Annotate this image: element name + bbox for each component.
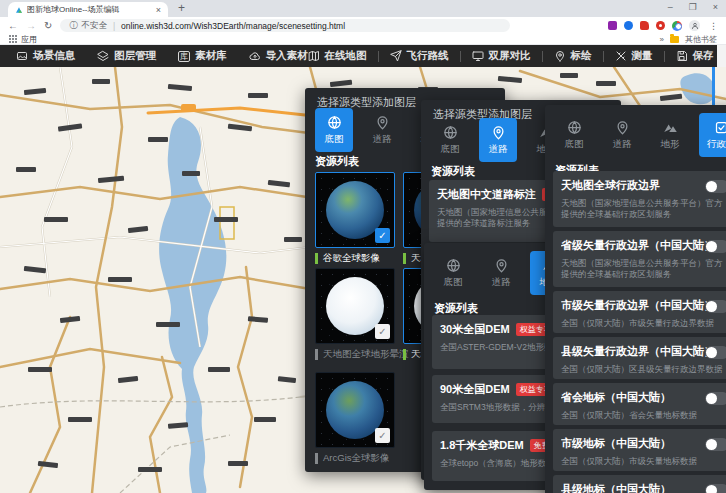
- accent-bar: [403, 253, 406, 264]
- map-blue-edge-line: [712, 67, 715, 107]
- window-close-button[interactable]: ×: [713, 2, 718, 12]
- tab-basemap[interactable]: 底图: [431, 118, 469, 162]
- back-button[interactable]: ←: [8, 21, 18, 31]
- tab-road[interactable]: 道路: [482, 251, 520, 295]
- resource-card-province-boundary[interactable]: 省级矢量行政边界（中国大陆） 天地图（国家地理信息公共服务平台）官方提供的全球基…: [553, 231, 726, 287]
- globe-icon: [446, 258, 461, 273]
- reload-button[interactable]: ↻: [44, 21, 52, 31]
- resource-label: 谷歌全球影像: [315, 252, 380, 265]
- apps-bookmark[interactable]: 应用: [21, 34, 37, 45]
- accent-bar: [315, 253, 318, 264]
- layers-icon: [97, 50, 109, 62]
- toggle-off[interactable]: [705, 392, 726, 405]
- monitor-icon: [472, 50, 484, 62]
- tab-basemap[interactable]: 底图: [434, 251, 472, 295]
- address-bar[interactable]: ⓘ 不安全 | online.wish3d.com/Wish3DEarth/ma…: [60, 19, 510, 32]
- globe-icon: [443, 125, 458, 140]
- new-tab-button[interactable]: +: [178, 1, 185, 15]
- resource-card-capital-landmark[interactable]: 省会地标（中国大陆） 全国（仅限大陆）省会矢量地标数据: [553, 383, 726, 425]
- tab-road[interactable]: 道路: [603, 113, 641, 157]
- map-road-badge: [181, 104, 196, 112]
- resource-label: ArcGis全球影像: [315, 452, 390, 465]
- resource-card-county-boundary[interactable]: 县级矢量行政边界（中国大陆） 全国（仅限大陆）区县级矢量行政边界数据: [553, 337, 726, 379]
- toggle-off[interactable]: [705, 346, 726, 359]
- tab-terrain[interactable]: 地形: [651, 113, 689, 157]
- tab-district[interactable]: 行政区: [699, 113, 726, 157]
- window-maximize-button[interactable]: ❐: [689, 2, 697, 12]
- tab-title: 图新地球Online--场景编辑: [27, 4, 152, 15]
- extension-icon-4[interactable]: [656, 21, 665, 30]
- page-info-icon[interactable]: ⓘ: [69, 20, 77, 31]
- checkbox-unselected[interactable]: ✓: [375, 428, 390, 443]
- toggle-off[interactable]: [705, 484, 726, 493]
- toolbar-online-map[interactable]: 在线地图: [308, 49, 367, 63]
- accent-bar: [315, 453, 318, 464]
- resource-thumb-arcgis-imagery[interactable]: ✓: [315, 372, 395, 448]
- other-bookmarks[interactable]: 其他书签: [685, 34, 717, 45]
- resource-card-city-landmark[interactable]: 市级地标（中国大陆） 全国（仅限大陆）市级矢量地标数据: [553, 429, 726, 471]
- toolbar-separator: [603, 51, 604, 62]
- tab-favicon: [15, 6, 23, 14]
- toolbar-separator: [664, 51, 665, 62]
- extension-icon-3[interactable]: [640, 21, 649, 30]
- bookmarks-overflow-icon[interactable]: »: [660, 35, 664, 44]
- checkbox-checked[interactable]: ✓: [375, 228, 390, 243]
- toolbar-measure[interactable]: 测量: [615, 49, 653, 63]
- extension-icon-2[interactable]: [624, 21, 633, 30]
- library-icon: 库: [178, 51, 190, 62]
- url-text: online.wish3d.com/Wish3DEarth/manage/sce…: [121, 21, 345, 31]
- resource-list-label: 资源列表: [315, 154, 359, 169]
- resource-label: 天地图全球地形晕渲: [315, 348, 409, 361]
- toggle-off[interactable]: [705, 300, 726, 313]
- omnibox-divider: |: [113, 21, 115, 31]
- resource-thumb-tianditu-hillshade[interactable]: ✓: [315, 268, 395, 344]
- toolbar-separator: [460, 51, 461, 62]
- scene-info-icon: [16, 50, 28, 62]
- forward-button[interactable]: →: [26, 21, 36, 31]
- district-icon: [714, 120, 726, 135]
- toggle-off[interactable]: [705, 240, 726, 253]
- extension-icon-1[interactable]: [608, 21, 617, 30]
- tab-road[interactable]: 道路: [479, 118, 517, 162]
- measure-icon: [615, 50, 627, 62]
- pin-icon: [491, 125, 506, 140]
- toolbar-layer-manage[interactable]: 图层管理: [97, 49, 156, 63]
- toolbar-scene-info[interactable]: 场景信息: [16, 49, 75, 63]
- resource-thumb-google-imagery[interactable]: ✓: [315, 172, 395, 248]
- browser-menu-icon[interactable]: ⋮: [709, 21, 718, 31]
- toolbar-flight-route[interactable]: 飞行路线: [390, 49, 449, 63]
- globe-icon: [567, 120, 582, 135]
- window-minimize-button[interactable]: –: [668, 2, 673, 12]
- tab-close-icon[interactable]: ×: [156, 6, 161, 14]
- resource-list-label: 资源列表: [434, 301, 478, 316]
- dialog-district: 底图 道路 地形 行政区 资源列表 天地图全球行政边界 天地图（国家地理信息公共…: [545, 105, 726, 493]
- accent-bar: [315, 349, 318, 360]
- toolbar-material-library[interactable]: 库 素材库: [178, 49, 227, 63]
- pin-icon: [554, 50, 566, 62]
- toggle-off[interactable]: [705, 180, 726, 193]
- tab-road[interactable]: 道路: [363, 108, 401, 152]
- browser-toolbar: ← → ↻ ⓘ 不安全 | online.wish3d.com/Wish3DEa…: [0, 17, 726, 34]
- pin-icon: [494, 258, 509, 273]
- toolbar-plot[interactable]: 标绘: [554, 49, 592, 63]
- tab-basemap[interactable]: 底图: [555, 113, 593, 157]
- profile-avatar[interactable]: [689, 20, 700, 31]
- pin-icon: [615, 120, 630, 135]
- toolbar-dual-screen-compare[interactable]: 双屏对比: [472, 49, 531, 63]
- toolbar-import-material[interactable]: 导入素材: [249, 49, 308, 63]
- toggle-off[interactable]: [705, 438, 726, 451]
- resource-card-city-boundary[interactable]: 市级矢量行政边界（中国大陆） 全国（仅限大陆）市级矢量行政边界数据: [553, 291, 726, 333]
- apps-grid-icon[interactable]: [9, 35, 17, 43]
- tab-basemap[interactable]: 底图: [315, 108, 353, 152]
- toolbar-save[interactable]: 保存: [676, 49, 714, 63]
- pin-icon: [375, 115, 390, 130]
- tab-strip: 图新地球Online--场景编辑 × + – ❐ ×: [0, 0, 726, 17]
- checkbox-unselected[interactable]: ✓: [375, 324, 390, 339]
- chrome-icon[interactable]: [672, 21, 682, 31]
- resource-list-label: 资源列表: [431, 164, 475, 179]
- browser-tab[interactable]: 图新地球Online--场景编辑 ×: [8, 2, 168, 17]
- cloud-upload-icon: [249, 50, 261, 62]
- globe-icon: [327, 115, 342, 130]
- resource-card-county-landmark[interactable]: 县级地标（中国大陆） 全国（仅限大陆）县级矢量地标数据: [553, 475, 726, 493]
- resource-card-global-admin-boundary[interactable]: 天地图全球行政边界 天地图（国家地理信息公共服务平台）官方提供的全球基础行政区划…: [553, 171, 726, 227]
